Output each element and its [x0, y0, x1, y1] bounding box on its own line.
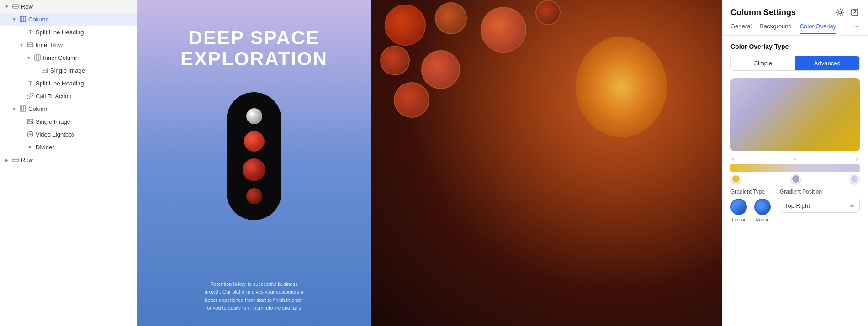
column-icon-2: [19, 105, 26, 112]
more-tabs-icon[interactable]: ···: [853, 22, 860, 35]
tree-cta[interactable]: ▼ Call To Action: [0, 89, 137, 102]
single-image-1-label: Single Image: [50, 67, 85, 74]
settings-icon[interactable]: [835, 7, 845, 17]
planet-1: [246, 108, 262, 124]
svg-marker-18: [30, 133, 32, 136]
row-1-label: Row: [21, 3, 33, 10]
tree-single-image-1[interactable]: ▼ Single Image: [0, 64, 137, 77]
split-heading-2-label: Split Line Heading: [36, 80, 84, 87]
video-label: Video Lightbox: [36, 131, 75, 138]
single-image-2-label: Single Image: [36, 118, 70, 125]
banner-left: DEEP SPACE EXPLORATION Retention is key …: [137, 0, 371, 326]
divider-icon: [26, 143, 34, 151]
inner-row-icon: [26, 41, 34, 48]
color-handle-gray[interactable]: [791, 174, 800, 184]
tree-video-lightbox[interactable]: ▼ Video Lightbox: [0, 128, 137, 141]
col-1-label: Column: [28, 16, 49, 23]
panel-title: Column Settings: [730, 8, 796, 17]
inner-row-label: Inner Row: [36, 42, 63, 48]
gradient-position-label: Gradient Position: [780, 189, 860, 195]
chevron-col-1: ▼: [11, 16, 17, 22]
svg-rect-12: [20, 106, 26, 111]
linear-label: Linear: [732, 217, 746, 222]
image-icon-2: [26, 118, 34, 125]
tab-general[interactable]: General: [730, 23, 752, 34]
panel-tabs: General Background Color Overlay ···: [722, 17, 868, 36]
column-icon-1: [19, 16, 26, 23]
bubbles-overlay: [371, 0, 722, 326]
tree-split-heading-1[interactable]: ▼ T Split Line Heading: [0, 26, 137, 38]
stop-x-right: ×: [856, 157, 859, 162]
inner-col-label: Inner Column: [43, 54, 79, 61]
canvas-content: DEEP SPACE EXPLORATION Retention is key …: [137, 0, 722, 326]
text-icon-1: T: [26, 28, 34, 36]
col-2-label: Column: [28, 105, 49, 112]
color-overlay-section-label: Color Overlay Type: [730, 43, 860, 50]
banner-right: [371, 0, 722, 326]
tree-column-1[interactable]: ▼ Column: [0, 13, 137, 26]
left-panel: ▼ Row ▼ Column ▼ T Split Line Heading ▼: [0, 0, 137, 326]
gradient-position-section: Gradient Position Top Right Top Left Top…: [780, 189, 860, 213]
gradient-type-label: Gradient Type: [730, 189, 771, 195]
row-icon: [12, 3, 19, 10]
chevron-inner-row: ▼: [18, 42, 25, 48]
radial-option[interactable]: Radial: [754, 199, 771, 222]
banner-subtitle: Retention is key to successful business …: [204, 280, 304, 312]
simple-type-button[interactable]: Simple: [731, 56, 795, 70]
video-icon: [26, 131, 34, 138]
color-handle-light[interactable]: [850, 174, 859, 184]
tab-background[interactable]: Background: [760, 23, 791, 34]
svg-rect-15: [27, 119, 33, 124]
gradient-preview[interactable]: [730, 78, 860, 151]
divider-label: Divider: [36, 144, 54, 151]
radial-circle[interactable]: [754, 199, 771, 215]
tree-divider[interactable]: ▼ Divider: [0, 141, 137, 153]
tree-single-image-2[interactable]: ▼ Single Image: [0, 115, 137, 128]
panel-body: Color Overlay Type Simple Advanced × × ×: [722, 36, 868, 230]
linear-circle[interactable]: [730, 199, 747, 215]
stop-x-left: ×: [731, 157, 734, 162]
type-toggle: Simple Advanced: [730, 56, 860, 71]
gradient-position-select[interactable]: Top Right Top Left Top Center Center Bot…: [780, 199, 860, 213]
tree-column-2[interactable]: ▼ Column: [0, 102, 137, 115]
gradient-bar[interactable]: [730, 164, 860, 172]
planet-2: [244, 131, 265, 152]
tree-row-1[interactable]: ▼ Row: [0, 0, 137, 13]
image-icon-1: [41, 67, 48, 74]
svg-rect-10: [42, 68, 48, 73]
expand-icon[interactable]: [850, 7, 860, 17]
radial-label: Radial: [755, 217, 769, 222]
tree-split-heading-2[interactable]: ▼ T Split Line Heading: [0, 77, 137, 89]
svg-rect-2: [20, 16, 26, 22]
banner-title: DEEP SPACE EXPLORATION: [180, 27, 328, 69]
linear-option[interactable]: Linear: [730, 199, 747, 222]
color-handles-row: [730, 173, 860, 185]
row-2-label: Row: [21, 157, 33, 163]
planet-4: [246, 188, 262, 204]
svg-point-23: [839, 11, 842, 14]
cta-label: Call To Action: [36, 93, 72, 100]
gradient-type-section: Gradient Type Linear Radial: [730, 189, 771, 222]
inner-column-icon: [34, 54, 41, 61]
tab-color-overlay[interactable]: Color Overlay: [800, 23, 836, 34]
planet-3: [243, 158, 265, 181]
row-icon-2: [12, 156, 19, 163]
chevron-col-2: ▼: [11, 105, 17, 112]
link-icon: [26, 92, 34, 100]
chevron-inner-col: ▼: [26, 54, 32, 61]
gradient-bottom-section: Gradient Type Linear Radial Grad: [730, 189, 860, 222]
panel-header: Column Settings: [722, 0, 868, 17]
tree-inner-column[interactable]: ▼ Inner Column: [0, 51, 137, 64]
text-icon-2: T: [26, 79, 34, 87]
stop-x-mid: ×: [794, 157, 796, 162]
color-stops-area: × × ×: [730, 157, 860, 185]
svg-rect-7: [35, 55, 40, 60]
advanced-type-button[interactable]: Advanced: [795, 56, 860, 70]
chevron-row-1: ▼: [4, 3, 10, 10]
tree-inner-row[interactable]: ▼ Inner Row: [0, 38, 137, 51]
planet-stack: [227, 92, 281, 220]
chevron-row-2: ▶: [4, 157, 10, 163]
tree-row-2[interactable]: ▶ Row: [0, 153, 137, 166]
helmet-glow: [576, 37, 667, 137]
color-handle-yellow[interactable]: [731, 174, 741, 184]
